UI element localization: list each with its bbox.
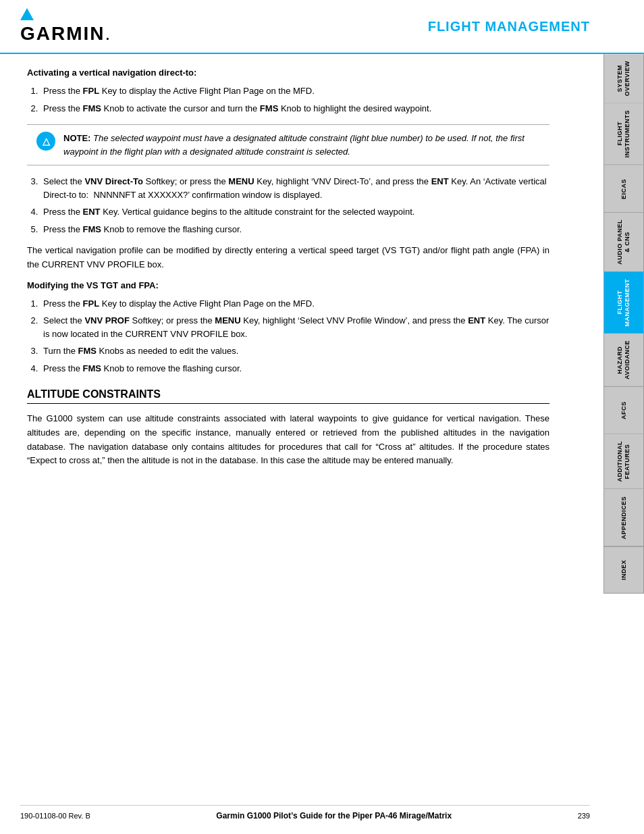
steps-vnav-cont-list: Select the VNV Direct-To Softkey; or pre… (41, 175, 549, 236)
logo-dot: . (105, 23, 111, 45)
mod-step-3: Turn the FMS Knobs as needed to edit the… (41, 344, 549, 358)
note-icon: △ (36, 132, 55, 151)
footer-right: 239 (578, 812, 590, 820)
tab-additional-features[interactable]: ADDITIONALFEATURES (603, 434, 644, 490)
step-5: Press the FMS Knob to remove the flashin… (41, 223, 549, 236)
note-label: NOTE: (63, 133, 90, 143)
step-2: Press the FMS Knob to activate the curso… (41, 102, 549, 115)
tab-flight-management[interactable]: FLIGHTMANAGEMENT (603, 272, 644, 334)
mod-step-4: Press the FMS Knob to remove the flashin… (41, 362, 549, 375)
tab-appendices[interactable]: APPENDICES (603, 490, 644, 547)
step-1: Press the FPL Key to display the Active … (41, 84, 549, 98)
altitude-body: The G1000 system can use altitude constr… (27, 412, 549, 468)
tab-system-overview[interactable]: SYSTEMOVERVIEW (603, 54, 644, 103)
modifying-heading: Modifying the VS TGT and FPA: (27, 280, 549, 290)
steps-mod-list: Press the FPL Key to display the Active … (41, 297, 549, 375)
steps-vnav-list: Press the FPL Key to display the Active … (41, 84, 549, 115)
step-4: Press the ENT Key. Vertical guidance beg… (41, 205, 549, 219)
tab-flight-instruments[interactable]: FLIGHTINSTRUMENTS (603, 103, 644, 165)
logo: GARMIN. (20, 8, 110, 45)
altitude-section-heading: ALTITUDE CONSTRAINTS (27, 388, 549, 404)
tab-audio-panel[interactable]: AUDIO PANEL& CNS (603, 213, 644, 272)
note-body: The selected waypoint must have a design… (63, 133, 525, 157)
page-header: GARMIN. FLIGHT MANAGEMENT (0, 0, 644, 54)
body-paragraph-vnav: The vertical navigation profile can be m… (27, 244, 549, 272)
vertical-nav-heading: Activating a vertical navigation direct-… (27, 68, 549, 78)
footer-center: Garmin G1000 Pilot’s Guide for the Piper… (216, 811, 452, 820)
mod-step-2: Select the VNV PROF Softkey; or press th… (41, 314, 549, 340)
tab-hazard-avoidance[interactable]: HAZARDAVOIDANCE (603, 334, 644, 387)
tab-eicas[interactable]: EICAS (603, 165, 644, 213)
footer-left: 190-01108-00 Rev. B (20, 812, 90, 820)
note-text: NOTE: The selected waypoint must have a … (63, 132, 540, 158)
logo-text: GARMIN (20, 23, 105, 45)
tab-index[interactable]: INDEX (603, 546, 644, 594)
main-content: Activating a vertical navigation direct-… (0, 54, 603, 490)
page-footer: 190-01108-00 Rev. B Garmin G1000 Pilot’s… (20, 805, 590, 820)
page-title: FLIGHT MANAGEMENT (428, 19, 590, 34)
right-sidebar: SYSTEMOVERVIEW FLIGHTINSTRUMENTS EICAS A… (603, 54, 644, 594)
step-3: Select the VNV Direct-To Softkey; or pre… (41, 175, 549, 201)
note-box: △ NOTE: The selected waypoint must have … (27, 124, 549, 165)
tab-afcs[interactable]: AFCS (603, 387, 644, 434)
mod-step-1: Press the FPL Key to display the Active … (41, 297, 549, 311)
logo-triangle-icon (20, 8, 34, 20)
